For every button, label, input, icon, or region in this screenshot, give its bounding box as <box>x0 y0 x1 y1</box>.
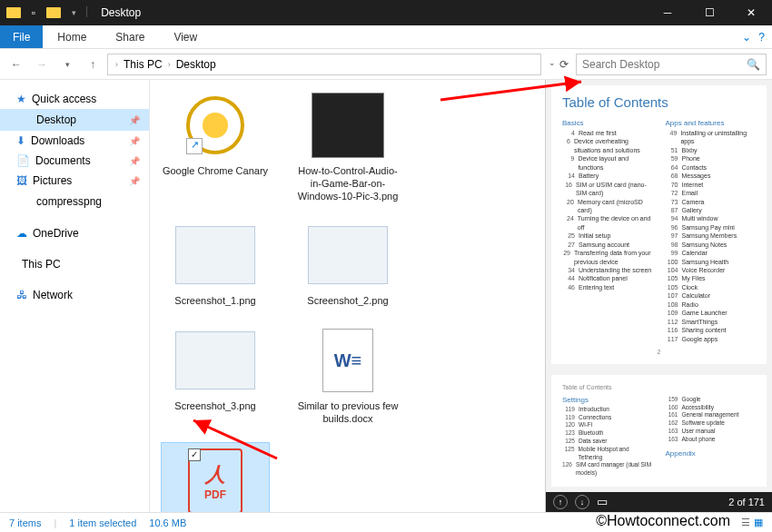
back-button[interactable]: ← <box>5 54 27 75</box>
file-label: Screenshot_2.png <box>293 295 402 308</box>
file-thumbnail <box>172 219 259 291</box>
sidebar-item-thispc[interactable]: This PC <box>0 254 149 274</box>
minimize-button[interactable]: ─ <box>647 0 688 25</box>
sidebar-item-onedrive[interactable]: ☁ OneDrive <box>0 223 149 243</box>
sidebar-item-label: This PC <box>22 258 61 271</box>
tab-home[interactable]: Home <box>43 26 101 48</box>
file-label: Google Chrome Canary <box>161 165 270 178</box>
ribbon-help: ⌄ ? <box>742 31 772 44</box>
toc-row: 29Transferring data from your previous d… <box>562 249 653 266</box>
toc-row: 72Email <box>666 189 757 197</box>
file-label: Screenshot_1.png <box>161 295 270 308</box>
file-label: Similar to previous few builds.docx <box>293 400 402 426</box>
toc-row: 117Google apps <box>666 335 757 343</box>
ribbon-tabs: File Home Share View ⌄ ? <box>0 25 772 49</box>
sidebar-item-documents[interactable]: 📄 Documents <box>0 151 149 171</box>
file-item[interactable]: Screenshot_1.png <box>161 219 270 308</box>
search-box[interactable]: 🔍 <box>576 54 767 75</box>
toc-row: 46Entering text <box>562 283 653 291</box>
toc-row: 64Contacts <box>666 163 757 172</box>
quick-access-label: Quick access <box>32 93 96 105</box>
sidebar-item-label: Desktop <box>36 113 76 126</box>
file-label: How-to-Control-Audio-in-Game-Bar-on-Wind… <box>293 165 402 202</box>
preview-page-icon[interactable]: ▭ <box>597 495 608 509</box>
tab-share[interactable]: Share <box>101 26 159 48</box>
address-path[interactable]: › This PC › Desktop <box>107 54 541 75</box>
toc-basics-head: Basics <box>562 119 653 127</box>
up-button[interactable]: ↑ <box>82 54 104 75</box>
file-item[interactable]: W≡Similar to previous few builds.docx <box>293 324 402 426</box>
pictures-icon: 🖼 <box>16 174 27 187</box>
search-input[interactable] <box>582 58 747 71</box>
quick-access[interactable]: ★ Quick access <box>0 89 149 109</box>
toc-row: 125Mobile Hotspot and Tethering <box>562 446 653 462</box>
toc-row: 105Clock <box>666 283 757 291</box>
toc-row: 87Gallery <box>666 206 757 214</box>
help-icon[interactable]: ? <box>758 31 765 44</box>
forward-button[interactable]: → <box>31 54 53 75</box>
network-icon: 🖧 <box>16 289 27 301</box>
title-bar: ▫ ▾ | Desktop ─ ☐ ✕ <box>0 0 772 25</box>
toc-title: Table of Contents <box>562 94 756 110</box>
breadcrumb-desktop[interactable]: Desktop <box>174 58 218 71</box>
sidebar-item-label: Pictures <box>33 174 72 187</box>
breadcrumb-thispc[interactable]: This PC <box>122 58 164 71</box>
details-view-icon[interactable]: ☰ <box>741 517 750 528</box>
file-view[interactable]: ↗Google Chrome CanaryHow-to-Control-Audi… <box>150 80 545 512</box>
toc-row: 59Phone <box>666 154 757 163</box>
preview-pane: Table of Contents Basics 4Read me first6… <box>545 80 772 512</box>
toc-row: 109Game Launcher <box>666 309 757 317</box>
file-thumbnail <box>304 219 391 291</box>
file-item[interactable]: Screenshot_3.png <box>161 324 270 426</box>
toc-row: 24Turning the device on and off <box>562 214 653 232</box>
sidebar-item-downloads[interactable]: ⬇ Downloads <box>0 131 149 151</box>
file-thumbnail: ✓人PDF <box>172 445 259 513</box>
toc-row: 116Sharing content <box>666 326 757 334</box>
address-dropdown-icon[interactable]: ⌄ <box>549 58 556 71</box>
toc-row: 34Understanding the screen <box>562 266 653 274</box>
toc-row: 49Installing or uninstalling apps <box>666 129 757 146</box>
toc-row: 125Data saver <box>562 438 653 446</box>
sidebar-item-pictures[interactable]: 🖼 Pictures <box>0 171 149 191</box>
maximize-button[interactable]: ☐ <box>688 0 730 25</box>
new-folder-icon[interactable] <box>45 5 62 21</box>
toc-row: 108Radio <box>666 300 757 309</box>
file-thumbnail <box>304 89 391 162</box>
toc-row: 119Connections <box>562 414 653 422</box>
file-tab[interactable]: File <box>0 25 43 48</box>
sidebar-item-compresspng[interactable]: compresspng <box>0 191 149 212</box>
window-controls: ─ ☐ ✕ <box>647 0 772 25</box>
preview-toolbar: ↑ ↓ ▭ 2 of 171 <box>546 492 772 512</box>
toc-row: 25Initial setup <box>562 232 653 240</box>
properties-icon[interactable]: ▫ <box>25 5 42 21</box>
file-item[interactable]: ↗Google Chrome Canary <box>161 89 270 202</box>
file-item[interactable]: ✓人PDFSM-J810_UM_EU_Oreo_Eng_Rev.1.0_1807… <box>161 442 270 513</box>
toc-row: 112SmartThings <box>666 318 757 326</box>
file-item[interactable]: Screenshot_2.png <box>293 219 402 308</box>
sidebar-item-label: Network <box>33 289 73 301</box>
close-button[interactable]: ✕ <box>730 0 772 25</box>
qat-dropdown-icon[interactable]: ▾ <box>65 5 82 21</box>
preview-page-1: Table of Contents Basics 4Read me first6… <box>551 85 767 364</box>
file-thumbnail: ↗ <box>172 89 259 162</box>
toc-row: 160Accessibility <box>666 404 757 412</box>
file-item[interactable]: How-to-Control-Audio-in-Game-Bar-on-Wind… <box>293 89 402 202</box>
toc-row: 162Software update <box>666 419 757 428</box>
ribbon-expand-icon[interactable]: ⌄ <box>742 31 751 44</box>
preview-up-icon[interactable]: ↑ <box>553 495 568 509</box>
preview-down-icon[interactable]: ↓ <box>575 495 589 509</box>
sidebar-item-label: Documents <box>35 154 91 167</box>
toc-row: 159Google <box>666 396 757 404</box>
preview-page-2: Table of Contents Settings 119Introducti… <box>551 375 767 487</box>
toc-row: 98Samsung Notes <box>666 241 757 249</box>
search-icon[interactable]: 🔍 <box>747 58 760 71</box>
sidebar-item-network[interactable]: 🖧 Network <box>0 285 149 305</box>
toc-settings-head: Settings <box>562 396 653 404</box>
refresh-icon[interactable]: ⟳ <box>559 58 569 71</box>
icons-view-icon[interactable]: ▦ <box>754 517 763 528</box>
sidebar-item-desktop[interactable]: Desktop <box>0 109 149 131</box>
toc-row: 105My Files <box>666 274 757 282</box>
recent-locations-icon[interactable]: ▾ <box>56 54 78 75</box>
toc-row: 14Battery <box>562 172 653 180</box>
tab-view[interactable]: View <box>159 26 212 48</box>
